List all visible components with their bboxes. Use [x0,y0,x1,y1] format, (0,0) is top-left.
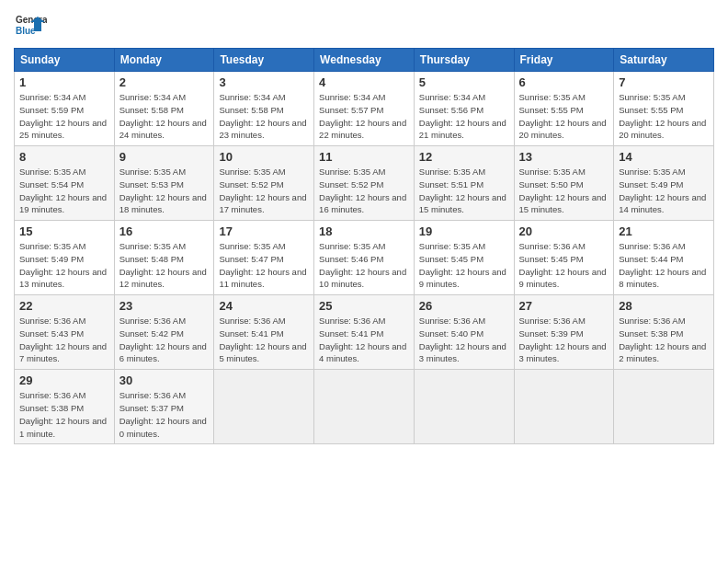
day-number: 10 [219,150,309,164]
day-number: 5 [419,75,509,89]
table-cell: 22Sunrise: 5:36 AMSunset: 5:43 PMDayligh… [15,295,115,370]
day-info: Sunrise: 5:35 AMSunset: 5:47 PMDaylight:… [219,240,309,291]
table-cell: 4Sunrise: 5:34 AMSunset: 5:57 PMDaylight… [314,72,415,146]
calendar-header-row: Sunday Monday Tuesday Wednesday Thursday… [15,49,714,72]
day-number: 6 [519,75,609,89]
table-cell: 11Sunrise: 5:35 AMSunset: 5:52 PMDayligh… [314,146,415,221]
table-cell: 19Sunrise: 5:35 AMSunset: 5:45 PMDayligh… [414,221,514,295]
day-info: Sunrise: 5:36 AMSunset: 5:41 PMDaylight:… [219,315,309,365]
day-number: 22 [19,299,109,313]
day-number: 1 [19,75,109,89]
calendar-table: Sunday Monday Tuesday Wednesday Thursday… [14,48,714,444]
day-number: 26 [419,299,509,313]
week-row-3: 15Sunrise: 5:35 AMSunset: 5:49 PMDayligh… [15,221,714,295]
day-number: 18 [319,224,409,238]
table-cell: 10Sunrise: 5:35 AMSunset: 5:52 PMDayligh… [214,146,314,221]
col-saturday: Saturday [614,49,714,72]
day-info: Sunrise: 5:36 AMSunset: 5:40 PMDaylight:… [419,315,509,365]
table-cell: 18Sunrise: 5:35 AMSunset: 5:46 PMDayligh… [314,221,415,295]
table-cell [414,370,514,444]
col-tuesday: Tuesday [214,49,314,72]
day-number: 3 [219,75,309,89]
day-number: 13 [519,150,609,164]
table-cell: 27Sunrise: 5:36 AMSunset: 5:39 PMDayligh… [514,295,614,370]
table-cell: 13Sunrise: 5:35 AMSunset: 5:50 PMDayligh… [514,146,614,221]
day-info: Sunrise: 5:34 AMSunset: 5:58 PMDaylight:… [219,91,309,142]
day-info: Sunrise: 5:36 AMSunset: 5:37 PMDaylight:… [119,389,210,440]
day-number: 4 [319,75,409,89]
logo-icon: General Blue [14,9,47,42]
week-row-2: 8Sunrise: 5:35 AMSunset: 5:54 PMDaylight… [15,146,714,221]
day-number: 17 [219,224,309,238]
table-cell: 8Sunrise: 5:35 AMSunset: 5:54 PMDaylight… [15,146,115,221]
table-cell: 9Sunrise: 5:35 AMSunset: 5:53 PMDaylight… [114,146,214,221]
col-wednesday: Wednesday [314,49,415,72]
logo: General Blue [14,9,51,42]
table-cell [314,370,415,444]
day-info: Sunrise: 5:34 AMSunset: 5:59 PMDaylight:… [19,91,109,142]
day-number: 8 [19,150,109,164]
svg-text:General: General [16,15,47,25]
day-number: 30 [119,373,210,387]
day-number: 20 [519,224,609,238]
page-container: General Blue Sunday Monday Tuesday Wedne… [0,0,728,449]
table-cell: 26Sunrise: 5:36 AMSunset: 5:40 PMDayligh… [414,295,514,370]
day-number: 15 [19,224,109,238]
day-number: 25 [319,299,409,313]
table-cell: 7Sunrise: 5:35 AMSunset: 5:55 PMDaylight… [614,72,714,146]
day-number: 14 [619,150,709,164]
day-number: 23 [119,299,210,313]
day-number: 19 [419,224,509,238]
day-info: Sunrise: 5:34 AMSunset: 5:57 PMDaylight:… [319,91,409,142]
table-cell: 28Sunrise: 5:36 AMSunset: 5:38 PMDayligh… [614,295,714,370]
week-row-5: 29Sunrise: 5:36 AMSunset: 5:38 PMDayligh… [15,370,714,444]
day-info: Sunrise: 5:35 AMSunset: 5:55 PMDaylight:… [519,91,609,142]
day-number: 27 [519,299,609,313]
table-cell: 30Sunrise: 5:36 AMSunset: 5:37 PMDayligh… [114,370,214,444]
table-cell: 14Sunrise: 5:35 AMSunset: 5:49 PMDayligh… [614,146,714,221]
day-info: Sunrise: 5:36 AMSunset: 5:43 PMDaylight:… [19,315,109,365]
day-info: Sunrise: 5:35 AMSunset: 5:46 PMDaylight:… [319,240,409,291]
day-number: 11 [319,150,409,164]
day-number: 21 [619,224,709,238]
table-cell: 5Sunrise: 5:34 AMSunset: 5:56 PMDaylight… [414,72,514,146]
table-cell: 20Sunrise: 5:36 AMSunset: 5:45 PMDayligh… [514,221,614,295]
table-cell [514,370,614,444]
header: General Blue [14,9,714,42]
day-number: 2 [119,75,210,89]
table-cell: 15Sunrise: 5:35 AMSunset: 5:49 PMDayligh… [15,221,115,295]
table-cell [614,370,714,444]
day-info: Sunrise: 5:35 AMSunset: 5:55 PMDaylight:… [619,91,709,142]
week-row-4: 22Sunrise: 5:36 AMSunset: 5:43 PMDayligh… [15,295,714,370]
table-cell: 29Sunrise: 5:36 AMSunset: 5:38 PMDayligh… [15,370,115,444]
table-cell: 6Sunrise: 5:35 AMSunset: 5:55 PMDaylight… [514,72,614,146]
day-info: Sunrise: 5:34 AMSunset: 5:58 PMDaylight:… [119,91,210,142]
day-info: Sunrise: 5:36 AMSunset: 5:44 PMDaylight:… [619,240,709,291]
day-info: Sunrise: 5:36 AMSunset: 5:39 PMDaylight:… [519,315,609,365]
day-number: 24 [219,299,309,313]
day-info: Sunrise: 5:35 AMSunset: 5:53 PMDaylight:… [119,166,210,216]
table-cell: 24Sunrise: 5:36 AMSunset: 5:41 PMDayligh… [214,295,314,370]
day-info: Sunrise: 5:35 AMSunset: 5:52 PMDaylight:… [219,166,309,216]
day-number: 12 [419,150,509,164]
day-info: Sunrise: 5:36 AMSunset: 5:45 PMDaylight:… [519,240,609,291]
day-number: 28 [619,299,709,313]
day-number: 9 [119,150,210,164]
table-cell: 2Sunrise: 5:34 AMSunset: 5:58 PMDaylight… [114,72,214,146]
day-info: Sunrise: 5:35 AMSunset: 5:48 PMDaylight:… [119,240,210,291]
day-info: Sunrise: 5:35 AMSunset: 5:52 PMDaylight:… [319,166,409,216]
day-info: Sunrise: 5:36 AMSunset: 5:38 PMDaylight:… [19,389,109,440]
day-info: Sunrise: 5:35 AMSunset: 5:51 PMDaylight:… [419,166,509,216]
day-number: 16 [119,224,210,238]
day-number: 29 [19,373,109,387]
day-info: Sunrise: 5:35 AMSunset: 5:50 PMDaylight:… [519,166,609,216]
table-cell: 16Sunrise: 5:35 AMSunset: 5:48 PMDayligh… [114,221,214,295]
table-cell: 3Sunrise: 5:34 AMSunset: 5:58 PMDaylight… [214,72,314,146]
col-thursday: Thursday [414,49,514,72]
table-cell: 21Sunrise: 5:36 AMSunset: 5:44 PMDayligh… [614,221,714,295]
week-row-1: 1Sunrise: 5:34 AMSunset: 5:59 PMDaylight… [15,72,714,146]
table-cell: 23Sunrise: 5:36 AMSunset: 5:42 PMDayligh… [114,295,214,370]
col-monday: Monday [114,49,214,72]
col-sunday: Sunday [15,49,115,72]
day-info: Sunrise: 5:35 AMSunset: 5:54 PMDaylight:… [19,166,109,216]
